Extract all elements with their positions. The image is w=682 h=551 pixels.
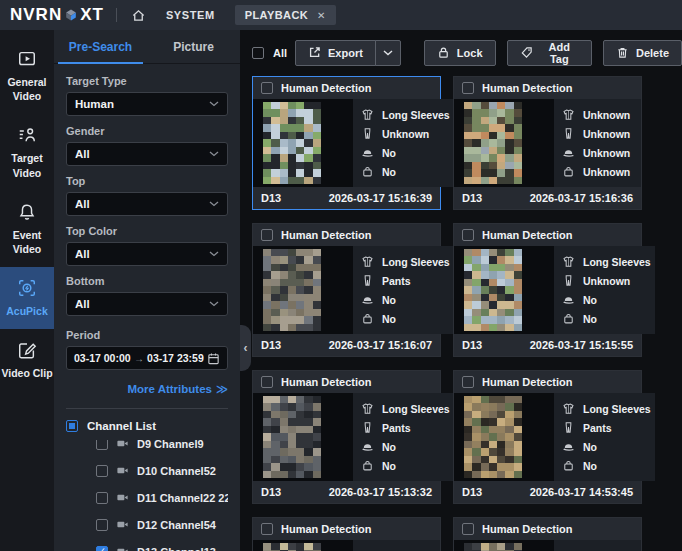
tab-picture[interactable]: Picture	[147, 30, 240, 63]
detection-thumbnail[interactable]	[253, 99, 353, 187]
period-end[interactable]: 03-17 23:59	[147, 352, 204, 364]
pixelated-image	[263, 543, 321, 551]
detection-card[interactable]: Human Detection Long Sleeves Pants No No…	[453, 370, 642, 504]
card-header: Human Detection	[253, 224, 440, 246]
detection-card[interactable]: Human Detection Long Sleeves Pants No No…	[252, 223, 441, 357]
detection-thumbnail[interactable]	[454, 246, 554, 334]
detection-card[interactable]: Human Detection Long Sleeves Pants No No…	[252, 370, 441, 504]
attribute-row: Long Sleeves	[361, 255, 450, 268]
tab-playback-label: PLAYBACK	[245, 9, 308, 21]
card-checkbox[interactable]	[261, 82, 273, 94]
field-select[interactable]: All	[66, 292, 228, 316]
bag-icon	[361, 165, 374, 178]
field-select[interactable]: Human	[66, 92, 228, 116]
detection-thumbnail[interactable]	[253, 540, 353, 551]
sidebar-item-event-video[interactable]: EventVideo	[0, 191, 54, 267]
menu-system[interactable]: SYSTEM	[166, 9, 215, 21]
channel-row[interactable]: D13 Channel13	[66, 538, 228, 551]
select-all-checkbox[interactable]	[252, 47, 264, 59]
period-start[interactable]: 03-17 00:00	[74, 352, 131, 364]
detection-thumbnail[interactable]	[454, 99, 554, 187]
channel-checkbox[interactable]	[96, 492, 108, 504]
detection-thumbnail[interactable]	[253, 246, 353, 334]
detection-card[interactable]: Human Detection Long Sleeves Unknown No …	[453, 223, 642, 357]
attribute-value: No	[382, 441, 396, 453]
attribute-value: No	[382, 313, 396, 325]
card-title: Human Detection	[281, 376, 371, 388]
field-label: Top	[66, 175, 228, 187]
field-select[interactable]: All	[66, 242, 228, 266]
attribute-row: No	[361, 293, 450, 306]
detection-card[interactable]: Human Detection	[252, 517, 441, 551]
delete-button[interactable]: Delete	[603, 40, 682, 66]
card-channel: D13	[261, 192, 281, 204]
card-checkbox[interactable]	[462, 523, 474, 535]
channel-list-header[interactable]: Channel List	[66, 420, 228, 432]
channel-checkbox[interactable]	[96, 519, 108, 531]
export-dropdown-button[interactable]	[375, 40, 401, 66]
panel-collapse-handle[interactable]: ‹	[240, 325, 251, 371]
results-toolbar: All Export Lock	[252, 39, 682, 66]
detection-thumbnail[interactable]	[454, 540, 554, 551]
card-channel: D13	[261, 486, 281, 498]
card-checkbox[interactable]	[462, 376, 474, 388]
card-channel: D13	[462, 192, 482, 204]
card-footer: D13 2026-03-17 15:16:36	[454, 187, 641, 209]
sidebar-item-general-video[interactable]: GeneralVideo	[0, 38, 54, 114]
attribute-value: No	[382, 166, 396, 178]
filter-fields: Target Type Human Gender All Top All Top…	[66, 75, 228, 316]
select-all[interactable]: All	[252, 47, 295, 59]
card-checkbox[interactable]	[261, 523, 273, 535]
close-icon[interactable]: ✕	[317, 10, 326, 21]
detection-card[interactable]: Human Detection	[453, 517, 642, 551]
card-body	[253, 540, 440, 551]
channel-checkbox[interactable]	[96, 465, 108, 477]
period-input[interactable]: 03-17 00:00 → 03-17 23:59	[66, 346, 228, 370]
field-select-value: All	[75, 248, 90, 260]
sidebar-item-acupick[interactable]: AcuPick	[0, 267, 54, 329]
add-tag-button[interactable]: Add Tag	[507, 40, 592, 66]
attribute-row: No	[361, 146, 450, 159]
field-select[interactable]: All	[66, 142, 228, 166]
add-tag-label: Add Tag	[540, 41, 579, 65]
channel-checkbox[interactable]	[96, 546, 108, 551]
sidebar-item-video-clip[interactable]: Video Clip	[0, 329, 54, 391]
detection-thumbnail[interactable]	[454, 393, 554, 481]
tab-pre-search[interactable]: Pre-Search	[54, 30, 147, 63]
top-icon	[361, 108, 374, 121]
channel-list-checkbox[interactable]	[66, 420, 78, 432]
camera-icon	[116, 491, 129, 504]
export-button-main[interactable]: Export	[295, 40, 376, 66]
card-checkbox[interactable]	[261, 376, 273, 388]
card-header: Human Detection	[454, 224, 641, 246]
channel-row[interactable]: D9 Channel9	[66, 440, 228, 457]
detection-card[interactable]: Human Detection Unknown Unknown Unknown …	[453, 76, 642, 210]
hat-icon	[562, 146, 575, 159]
top-icon	[361, 255, 374, 268]
channel-checkbox[interactable]	[96, 440, 108, 450]
card-body	[454, 540, 641, 551]
card-checkbox[interactable]	[462, 82, 474, 94]
export-icon	[308, 46, 321, 59]
channel-row[interactable]: D10 Channel52	[66, 457, 228, 484]
channel-row[interactable]: D12 Channel54	[66, 511, 228, 538]
detection-thumbnail[interactable]	[253, 393, 353, 481]
card-checkbox[interactable]	[462, 229, 474, 241]
card-title: Human Detection	[281, 523, 371, 535]
export-button: Export	[295, 40, 401, 66]
card-body: Unknown Unknown Unknown Unknown	[454, 99, 641, 187]
detection-card[interactable]: Human Detection Long Sleeves Unknown No …	[252, 76, 441, 210]
channel-row[interactable]: D11 Channel22 22	[66, 484, 228, 511]
card-checkbox[interactable]	[261, 229, 273, 241]
lock-button[interactable]: Lock	[424, 40, 496, 66]
field-select[interactable]: All	[66, 192, 228, 216]
bag-icon	[562, 459, 575, 472]
calendar-icon[interactable]	[207, 352, 220, 365]
sidebar-item-target-video[interactable]: TargetVideo	[0, 114, 54, 190]
filter-field-gender: Gender All	[66, 125, 228, 166]
filter-field-target-type: Target Type Human	[66, 75, 228, 116]
more-attributes-link[interactable]: More Attributes ≫	[66, 382, 228, 396]
card-timestamp: 2026-03-17 15:13:32	[329, 486, 432, 498]
home-icon[interactable]	[131, 8, 146, 23]
tab-playback[interactable]: PLAYBACK ✕	[235, 5, 336, 25]
